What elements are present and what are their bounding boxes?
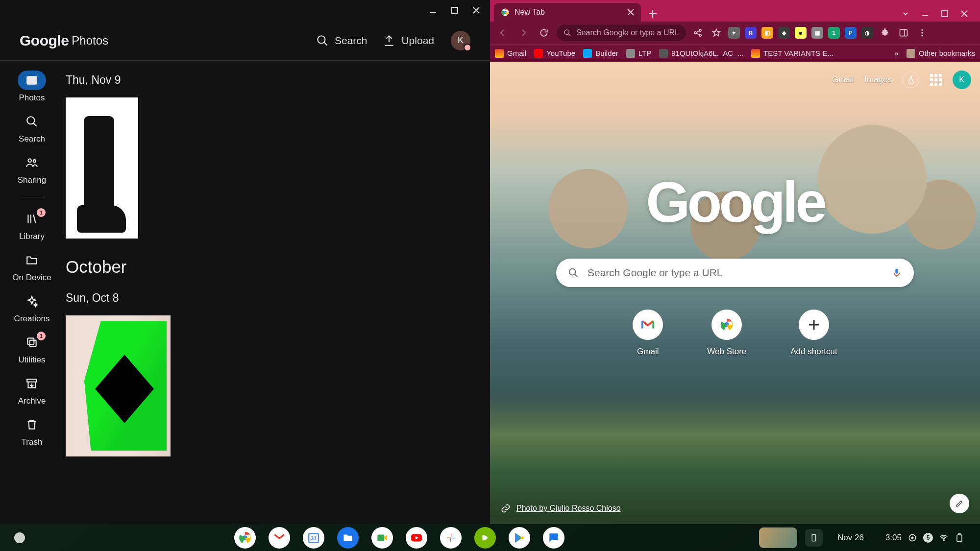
extension-icon[interactable]: ▦ xyxy=(811,27,823,39)
shelf-app-gmail[interactable] xyxy=(269,527,290,549)
bookmark-item[interactable]: TEST VARIANTS E... xyxy=(751,49,833,58)
shelf-app-files[interactable] xyxy=(337,527,359,549)
svg-point-5 xyxy=(28,159,31,162)
reload-button[interactable] xyxy=(536,25,552,41)
sidebar-item-label: Sharing xyxy=(18,175,47,185)
address-bar[interactable]: Search Google or type a URL xyxy=(557,24,686,41)
forward-button[interactable] xyxy=(515,25,531,41)
bookmark-item[interactable]: LTP xyxy=(626,49,651,58)
chrome-menu-button[interactable] xyxy=(915,26,929,40)
extension-icon[interactable]: ◆ xyxy=(778,27,790,39)
shelf-app-meet[interactable] xyxy=(371,527,393,549)
customize-chrome-button[interactable] xyxy=(950,494,969,513)
other-bookmarks-folder[interactable]: Other bookmarks xyxy=(906,49,975,58)
sidebar-item-utilities[interactable]: Utilities 1 xyxy=(8,333,55,365)
extension-icon[interactable]: ☻ xyxy=(795,27,807,39)
logo-word-google: Google xyxy=(20,32,69,49)
gmail-link[interactable]: Gmail xyxy=(832,75,854,85)
search-button[interactable]: Search xyxy=(308,29,375,52)
sidebar-badge: 1 xyxy=(37,208,46,217)
photo-thumbnail[interactable] xyxy=(66,97,138,239)
extension-icon[interactable]: P xyxy=(845,27,857,39)
shelf-app-calendar[interactable]: 31 xyxy=(303,527,324,549)
sidebar-item-search[interactable]: Search xyxy=(8,112,55,144)
calendar-tray[interactable]: Nov 26 xyxy=(831,528,871,547)
sidebar-item-sharing[interactable]: Sharing xyxy=(8,153,55,185)
status-tray[interactable]: 3:05 5 xyxy=(879,528,971,547)
bookmark-item[interactable]: Builder xyxy=(583,49,618,58)
phone-hub-button[interactable] xyxy=(805,529,823,547)
sidebar-item-label: Archive xyxy=(18,396,46,406)
profile-avatar[interactable]: K xyxy=(953,71,971,89)
svg-rect-7 xyxy=(27,338,34,344)
photos-titlebar xyxy=(0,0,490,21)
close-icon[interactable] xyxy=(472,6,480,14)
extension-icon[interactable]: ✦ xyxy=(728,27,740,39)
bookmark-item[interactable]: YouTube xyxy=(534,49,575,58)
tray-date: Nov 26 xyxy=(837,533,864,543)
sidebar-item-creations[interactable]: Creations xyxy=(8,291,55,324)
tab-search-icon[interactable] xyxy=(902,10,909,18)
svg-text:31: 31 xyxy=(310,535,316,541)
bookmarks-bar: Gmail YouTube Builder LTP 91QUtOkjA6L._A… xyxy=(490,44,980,62)
extension-icon[interactable]: 1 xyxy=(828,27,840,39)
back-button[interactable] xyxy=(495,25,511,41)
shelf-app-nvidia[interactable] xyxy=(474,527,496,549)
svg-point-19 xyxy=(921,32,923,33)
shortcut-gmail[interactable]: Gmail xyxy=(633,310,663,357)
launcher-button[interactable] xyxy=(14,532,25,543)
extensions-button[interactable] xyxy=(878,26,892,40)
svg-rect-31 xyxy=(812,534,816,541)
extension-icon[interactable]: ◑ xyxy=(861,27,873,39)
search-placeholder: Search Google or type a URL xyxy=(588,267,882,279)
bookmark-item[interactable]: Gmail xyxy=(495,49,526,58)
shortcut-webstore[interactable]: Web Store xyxy=(707,310,746,357)
sidebar-item-archive[interactable]: Archive xyxy=(8,374,55,406)
bookmark-star-button[interactable] xyxy=(710,26,723,40)
chrome-toolbar: Search Google or type a URL ✦ R ◧ ◆ ☻ ▦ … xyxy=(490,22,980,44)
date-header: Sun, Oct 8 xyxy=(66,291,490,305)
maximize-icon[interactable] xyxy=(451,6,459,14)
svg-rect-22 xyxy=(895,269,898,274)
sidebar-item-photos[interactable]: Photos xyxy=(8,71,55,103)
sidebar-item-label: Library xyxy=(19,232,45,241)
minimize-icon[interactable] xyxy=(921,10,929,18)
panel-icon xyxy=(899,28,908,38)
link-icon xyxy=(501,503,511,513)
share-button[interactable] xyxy=(691,26,705,40)
sidebar-badge: 1 xyxy=(37,332,46,340)
avatar-notification-dot xyxy=(464,44,471,51)
chromeos-shelf: 31 Nov 26 3:05 5 xyxy=(0,524,980,551)
photo-thumbnail[interactable] xyxy=(66,315,171,456)
voice-search-icon[interactable] xyxy=(891,267,902,278)
google-apps-button[interactable] xyxy=(930,74,942,86)
extension-icon[interactable]: R xyxy=(745,27,757,39)
shortcut-add[interactable]: Add shortcut xyxy=(790,310,837,357)
shelf-app-photos[interactable] xyxy=(440,527,462,549)
upload-button[interactable]: Upload xyxy=(375,29,442,52)
sidebar-item-trash[interactable]: Trash xyxy=(8,415,55,447)
google-photos-logo: Google Photos xyxy=(20,32,108,49)
side-panel-button[interactable] xyxy=(897,26,910,40)
sidebar-item-ondevice[interactable]: On Device xyxy=(8,250,55,283)
shelf-app-chrome[interactable] xyxy=(234,527,256,549)
search-labs-button[interactable] xyxy=(903,72,919,88)
sidebar-item-library[interactable]: Library 1 xyxy=(8,209,55,241)
bookmark-item[interactable]: 91QUtOkjA6L._AC_... xyxy=(659,49,743,58)
ntp-search-box[interactable]: Search Google or type a URL xyxy=(556,259,914,287)
extension-icon[interactable]: ◧ xyxy=(761,27,773,39)
background-attribution[interactable]: Photo by Giulio Rosso Chioso xyxy=(501,503,621,513)
images-link[interactable]: Images xyxy=(864,75,892,85)
new-tab-button[interactable] xyxy=(645,6,661,22)
close-icon[interactable] xyxy=(960,10,968,18)
tote-preview[interactable] xyxy=(759,527,797,548)
tab-close-icon[interactable] xyxy=(627,9,634,16)
shelf-app-playstore[interactable] xyxy=(509,527,530,549)
maximize-icon[interactable] xyxy=(941,10,949,18)
minimize-icon[interactable] xyxy=(429,6,437,14)
profile-avatar[interactable]: K xyxy=(451,31,470,50)
shelf-app-messages[interactable] xyxy=(543,527,564,549)
bookmarks-overflow[interactable]: » xyxy=(895,49,899,57)
shelf-app-youtube[interactable] xyxy=(406,527,427,549)
browser-tab[interactable]: New Tab xyxy=(494,3,641,22)
